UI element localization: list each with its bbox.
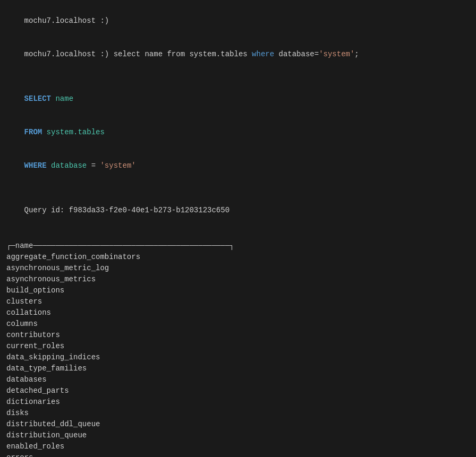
select-keyword: SELECT: [24, 94, 51, 103]
table-row: distribution_queue: [6, 430, 470, 441]
semicolon: ;: [354, 50, 359, 58]
blank-2: [6, 183, 470, 194]
table-row: data_skipping_indices: [6, 352, 470, 363]
blank-3: [6, 227, 470, 238]
table-row: data_type_families: [6, 363, 470, 374]
from-table: system.tables: [42, 128, 105, 136]
prompt-line-1: mochu7.localhost :): [6, 4, 470, 38]
blank-1: [6, 71, 470, 82]
where-field: database: [51, 161, 87, 170]
table-row: clusters: [6, 296, 470, 307]
where-value: 'system': [100, 161, 135, 170]
from-keyword: FROM: [24, 128, 42, 136]
string-system: 'system': [319, 50, 354, 58]
table-row: dictionaries: [6, 396, 470, 408]
where-eq: =: [87, 161, 100, 170]
table-row: detached_parts: [6, 385, 470, 396]
table-row: current_roles: [6, 341, 470, 352]
prompt-prefix: mochu7.localhost :) select name from sys…: [24, 50, 252, 58]
table-row: enabled_roles: [6, 441, 470, 452]
table-row: build_options: [6, 285, 470, 296]
select-field: name: [51, 94, 73, 103]
query-id-text: Query id: f983da33-f2e0-40e1-b273-b12031…: [24, 206, 230, 214]
table-row: disks: [6, 408, 470, 419]
table-row: collations: [6, 307, 470, 318]
query-id-line: Query id: f983da33-f2e0-40e1-b273-b12031…: [6, 194, 470, 227]
sql-where-line: WHERE database = 'system': [6, 149, 470, 183]
table-row: asynchronous_metric_log: [6, 263, 470, 274]
where-condition: [47, 161, 51, 170]
prompt-text-1: mochu7.localhost :): [24, 16, 109, 25]
table-rows: aggregate_function_combinatorsasynchrono…: [6, 252, 470, 457]
table-row: errors: [6, 452, 470, 457]
sql-from-line: FROM system.tables: [6, 116, 470, 149]
terminal-container: mochu7.localhost :) mochu7.localhost :) …: [0, 0, 476, 457]
table-top-border: ┌─name──────────────────────────────────…: [6, 240, 470, 252]
command-suffix: database=: [274, 50, 319, 58]
where-keyword-2: WHERE: [24, 161, 47, 170]
sql-select-line: SELECT name: [6, 82, 470, 116]
table-row: aggregate_function_combinators: [6, 252, 470, 263]
where-keyword: where: [252, 50, 274, 58]
table-row: asynchronous_metrics: [6, 274, 470, 285]
command-line: mochu7.localhost :) select name from sys…: [6, 38, 470, 71]
table-row: distributed_ddl_queue: [6, 419, 470, 430]
table-row: contributors: [6, 330, 470, 341]
table-row: columns: [6, 318, 470, 330]
table-row: databases: [6, 374, 470, 385]
